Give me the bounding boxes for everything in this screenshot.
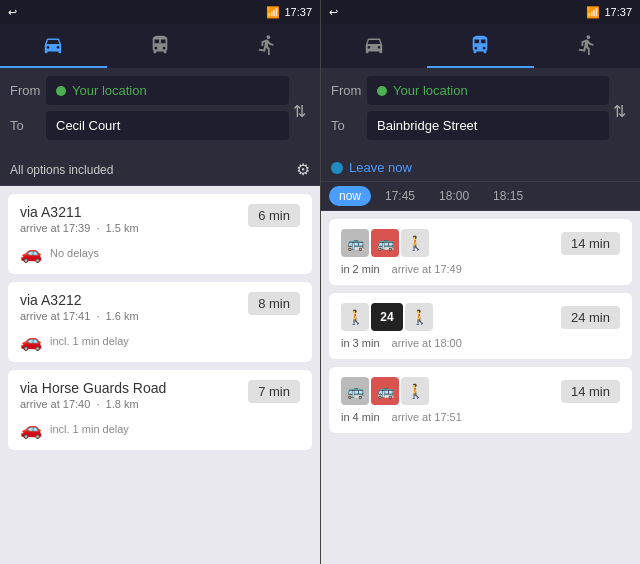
right-panel: ↩ 📶 17:37 From — [320, 0, 640, 564]
transit-walk-icon-2: 🚶 — [401, 377, 429, 405]
left-back-icon[interactable]: ↩ — [8, 6, 17, 19]
transit-walk-icon-0: 🚶 — [401, 229, 429, 257]
from-label-right: From — [331, 83, 367, 98]
car-icon-0: 🚗 — [20, 242, 42, 264]
transit-depart-2: in 4 min — [341, 411, 380, 423]
route-time-1: 8 min — [248, 292, 300, 315]
transit-number-icon-1: 24 — [371, 303, 403, 331]
transit-icons-2: 🚌 🚌 🚶 — [341, 377, 429, 405]
right-back-icon[interactable]: ↩ — [329, 6, 338, 19]
route-delay-2: incl. 1 min delay — [50, 423, 129, 435]
transit-card-2[interactable]: 🚌 🚌 🚶 14 min in 4 min arrive at 17:51 — [329, 367, 632, 433]
left-panel: ↩ 📶 17:37 From — [0, 0, 320, 564]
transit-walk-icon-1a: 🚶 — [341, 303, 369, 331]
tab-bus-right[interactable] — [427, 24, 533, 68]
time-tabs: now 17:45 18:00 18:15 — [321, 182, 640, 211]
route-card-2[interactable]: via Horse Guards Road arrive at 17:40 · … — [8, 370, 312, 450]
from-input-right[interactable]: Your location — [367, 76, 609, 105]
route-arrive-0: arrive at 17:39 · 1.5 km — [20, 222, 139, 234]
route-card-1[interactable]: via A3212 arrive at 17:41 · 1.6 km 8 min… — [8, 282, 312, 362]
location-dot-right — [377, 86, 387, 96]
right-status-bar: ↩ 📶 17:37 — [321, 0, 640, 24]
from-input-left[interactable]: Your location — [46, 76, 289, 105]
time-tab-1815[interactable]: 18:15 — [483, 186, 533, 206]
transit-icons-1: 🚶 24 🚶 — [341, 303, 433, 331]
route-delay-1: incl. 1 min delay — [50, 335, 129, 347]
leave-now-bar: Leave now — [321, 154, 640, 182]
tab-walk-left[interactable] — [213, 24, 320, 68]
route-card-0[interactable]: via A3211 arrive at 17:39 · 1.5 km 6 min… — [8, 194, 312, 274]
route-name-1: via A3212 — [20, 292, 139, 308]
right-inputs: From Your location To Bainbridge Street … — [321, 68, 640, 154]
transit-icons-0: 🚌 🚌 🚶 — [341, 229, 429, 257]
left-mode-tabs — [0, 24, 320, 68]
transit-arrive-0: arrive at 17:49 — [392, 263, 462, 275]
transit-time-2: 14 min — [561, 380, 620, 403]
transit-results: 🚌 🚌 🚶 14 min in 2 min arrive at 17:49 🚶 … — [321, 211, 640, 564]
route-time-0: 6 min — [248, 204, 300, 227]
right-mode-tabs — [321, 24, 640, 68]
to-input-left[interactable]: Cecil Court — [46, 111, 289, 140]
route-time-2: 7 min — [248, 380, 300, 403]
transit-bus-icon-0a: 🚌 — [341, 229, 369, 257]
swap-icon-left[interactable]: ⇅ — [289, 102, 310, 121]
gear-icon-left[interactable]: ⚙ — [296, 160, 310, 179]
options-bar-left: All options included ⚙ — [0, 154, 320, 186]
left-status-bar: ↩ 📶 17:37 — [0, 0, 320, 24]
time-tab-1745[interactable]: 17:45 — [375, 186, 425, 206]
route-list: via A3211 arrive at 17:39 · 1.5 km 6 min… — [0, 186, 320, 564]
right-time: 17:37 — [604, 6, 632, 18]
transit-bus-red-icon-0: 🚌 — [371, 229, 399, 257]
to-label-left: To — [10, 118, 46, 133]
transit-walk-icon-1b: 🚶 — [405, 303, 433, 331]
transit-card-1[interactable]: 🚶 24 🚶 24 min in 3 min arrive at 18:00 — [329, 293, 632, 359]
to-input-right[interactable]: Bainbridge Street — [367, 111, 609, 140]
left-inputs: From Your location To Cecil Court ⇅ — [0, 68, 320, 154]
time-tab-now[interactable]: now — [329, 186, 371, 206]
tab-walk-right[interactable] — [534, 24, 640, 68]
route-name-2: via Horse Guards Road — [20, 380, 166, 396]
time-tab-1800[interactable]: 18:00 — [429, 186, 479, 206]
route-name-0: via A3211 — [20, 204, 139, 220]
transit-bus-red-icon-2: 🚌 — [371, 377, 399, 405]
transit-arrive-1: arrive at 18:00 — [392, 337, 462, 349]
leave-now-text: Leave now — [349, 160, 412, 175]
tab-car-left[interactable] — [0, 24, 107, 68]
swap-icon-right[interactable]: ⇅ — [609, 102, 630, 121]
transit-time-1: 24 min — [561, 306, 620, 329]
transit-depart-0: in 2 min — [341, 263, 380, 275]
route-arrive-2: arrive at 17:40 · 1.8 km — [20, 398, 166, 410]
transit-arrive-2: arrive at 17:51 — [392, 411, 462, 423]
to-label-right: To — [331, 118, 367, 133]
transit-bus-icon-2a: 🚌 — [341, 377, 369, 405]
location-dot-left — [56, 86, 66, 96]
tab-car-right[interactable] — [321, 24, 427, 68]
transit-card-0[interactable]: 🚌 🚌 🚶 14 min in 2 min arrive at 17:49 — [329, 219, 632, 285]
left-signal-icon: 📶 — [266, 6, 280, 19]
route-delay-0: No delays — [50, 247, 99, 259]
tab-bus-left[interactable] — [107, 24, 214, 68]
car-icon-2: 🚗 — [20, 418, 42, 440]
left-time: 17:37 — [284, 6, 312, 18]
options-text-left: All options included — [10, 163, 113, 177]
transit-depart-1: in 3 min — [341, 337, 380, 349]
right-signal-icon: 📶 — [586, 6, 600, 19]
car-icon-1: 🚗 — [20, 330, 42, 352]
from-label-left: From — [10, 83, 46, 98]
route-arrive-1: arrive at 17:41 · 1.6 km — [20, 310, 139, 322]
transit-time-0: 14 min — [561, 232, 620, 255]
leave-now-dot — [331, 162, 343, 174]
